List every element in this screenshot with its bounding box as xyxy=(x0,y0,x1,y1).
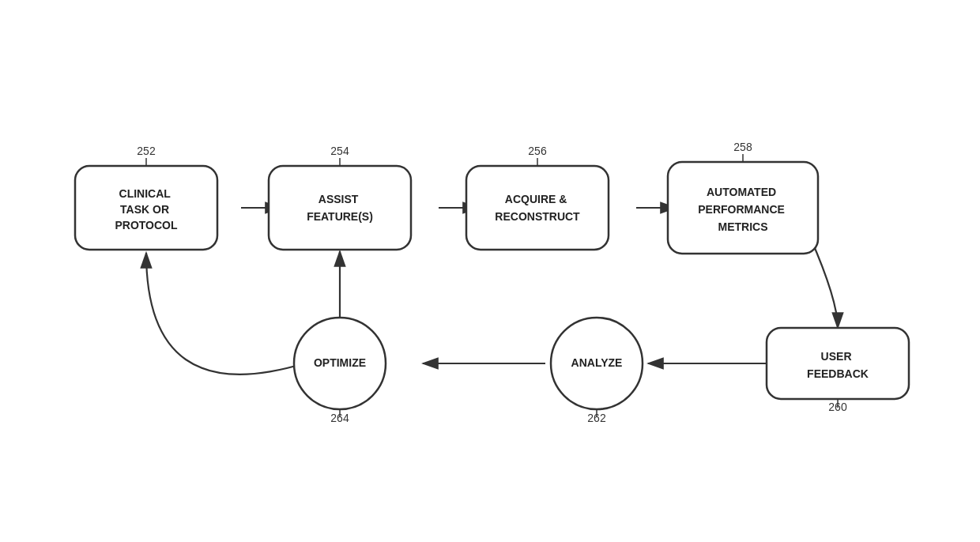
label-252: 252 xyxy=(137,145,156,157)
arrow-optimize-clinical xyxy=(146,253,304,375)
user-feedback-node xyxy=(767,328,909,399)
arrow-automated-userfeedback xyxy=(810,237,838,328)
flow-svg: CLINICAL TASK OR PROTOCOL 252 ASSIST FEA… xyxy=(0,0,980,542)
label-256: 256 xyxy=(528,145,547,157)
assist-features-node xyxy=(269,166,411,250)
clinical-task-label: CLINICAL TASK OR PROTOCOL xyxy=(115,187,178,231)
acquire-node xyxy=(466,166,609,250)
label-254: 254 xyxy=(330,145,349,157)
analyze-label: ANALYZE xyxy=(571,356,623,369)
label-258: 258 xyxy=(733,141,752,153)
optimize-label: OPTIMIZE xyxy=(314,356,366,369)
flow-diagram: CLINICAL TASK OR PROTOCOL 252 ASSIST FEA… xyxy=(0,0,980,542)
